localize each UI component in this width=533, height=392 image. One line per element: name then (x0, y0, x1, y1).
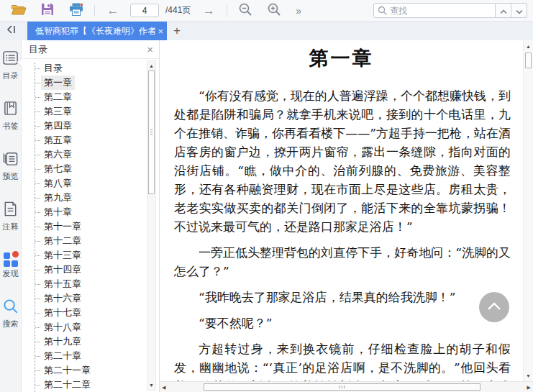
toc-item-label: 第四章 (41, 119, 75, 133)
scroll-right-icon[interactable]: ▶ (527, 385, 531, 391)
toc-item[interactable]: 第一章 (22, 76, 159, 90)
main-area: 目录 书签 (0, 40, 533, 392)
toc-item[interactable]: 第十四章 (22, 263, 159, 277)
scroll-down-icon[interactable]: ▼ (147, 381, 155, 389)
toolbar: ← /441页 → » (0, 0, 533, 22)
zoom-out-icon (238, 2, 252, 19)
preview-icon (2, 150, 19, 170)
close-icon[interactable]: × (147, 44, 153, 55)
scrollbar-grip (150, 132, 152, 132)
sidebar-item-toc[interactable]: 目录 (2, 50, 19, 81)
toc-item-label: 第十三章 (41, 248, 84, 263)
toc-item[interactable]: 第七章 (22, 162, 159, 176)
toc-item[interactable]: 第十九章 (22, 334, 159, 349)
chevron-up-icon (487, 301, 501, 314)
document-tab-title: 低智商犯罪【《长夜难明》作者 (35, 25, 155, 37)
toc-item-label: 第二十一章 (41, 363, 94, 378)
vertical-scrollbar[interactable]: ▲ ▼ (523, 40, 533, 381)
toc-icon (2, 50, 19, 69)
toc-item-label: 第十四章 (41, 263, 84, 277)
new-tab-button[interactable]: + (167, 22, 187, 40)
tab-close-icon[interactable]: × (158, 26, 163, 37)
horizontal-scrollbar-thumb[interactable] (204, 383, 480, 391)
more-tools-button[interactable]: » (296, 5, 301, 17)
sidebar-item-bookmarks[interactable]: 书签 (2, 100, 19, 132)
toc-item[interactable]: 第六章 (22, 147, 159, 162)
toc-item[interactable]: 第九章 (22, 191, 159, 205)
toc-item[interactable]: 第十八章 (22, 320, 159, 334)
toc-item[interactable]: 目录 (22, 61, 159, 76)
horizontal-scrollbar[interactable]: ◀ ▶ (160, 381, 533, 392)
toc-item[interactable]: 第十七章 (22, 306, 159, 320)
toc-item[interactable]: 第十五章 (22, 277, 159, 291)
find-input[interactable] (390, 6, 491, 16)
scroll-left-icon[interactable]: ◀ (162, 385, 165, 391)
find-previous-button[interactable] (496, 3, 511, 18)
previous-page-button[interactable]: ← (104, 2, 122, 19)
toc-panel: 目录 × 目录 第一章 第二章 第三章 (22, 40, 160, 392)
zoom-out-button[interactable] (237, 2, 254, 19)
chevron-down-icon (516, 4, 523, 17)
sidebar-item-annotations[interactable]: 注释 (2, 201, 19, 232)
toc-item-label: 第十九章 (41, 334, 84, 349)
toc-item[interactable]: 第十二章 (22, 234, 159, 248)
toc-item[interactable]: 第十章 (22, 205, 159, 219)
sidebar-item-label: 目录 (3, 70, 19, 81)
sidebar-item-discover[interactable]: 发现 (3, 251, 19, 279)
toc-item[interactable]: 第五章 (22, 133, 159, 147)
toc-item[interactable]: 第十一章 (22, 219, 159, 234)
zoom-in-icon (267, 2, 281, 19)
toc-item-label: 第十八章 (41, 320, 84, 334)
paragraph: “你有没有感觉，现在的人普遍浮躁，个个都想赚快钱，到处都是陷阱和骗局？就拿手机来… (174, 86, 511, 236)
scroll-up-icon[interactable]: ▲ (147, 62, 155, 70)
toc-item-label: 第十二章 (41, 234, 84, 248)
toolbar-separator (227, 5, 227, 17)
toc-scrollbar-thumb[interactable] (148, 70, 155, 194)
toc-item-label: 目录 (41, 61, 65, 76)
scroll-up-icon[interactable]: ▲ (524, 44, 533, 49)
sidebar-item-label: 发现 (3, 268, 19, 279)
vertical-scrollbar-thumb[interactable] (525, 53, 532, 68)
find-input-box[interactable] (373, 3, 496, 18)
sidebar-item-search[interactable]: 搜索 (2, 298, 19, 329)
toc-item-label: 第十章 (41, 205, 75, 219)
next-page-button[interactable]: → (200, 2, 217, 19)
page-number-input[interactable] (130, 4, 159, 17)
toc-item-label: 第二十章 (41, 349, 84, 363)
toc-item[interactable]: 第二十章 (22, 349, 159, 363)
toc-item[interactable]: 第十三章 (22, 248, 159, 263)
toc-item-label: 第八章 (41, 176, 75, 191)
toc-item[interactable]: 第二章 (22, 90, 159, 104)
document-view: 第一章 “你有没有感觉，现在的人普遍浮躁，个个都想赚快钱，到处都是陷阱和骗局？就… (160, 40, 533, 392)
toc-item[interactable]: 第四章 (22, 119, 159, 133)
print-button[interactable] (68, 2, 85, 19)
toc-item-label: 第十六章 (41, 291, 84, 306)
toc-panel-title: 目录 (29, 43, 47, 56)
toc-item-label: 第六章 (41, 147, 75, 162)
collapse-sidebar-icon (6, 24, 17, 37)
sidebar-item-preview[interactable]: 预览 (2, 150, 19, 182)
toc-item-label: 第十五章 (41, 277, 84, 291)
toc-scrollbar[interactable]: ▲ ▼ (147, 60, 156, 391)
chapter-body: “你有没有感觉，现在的人普遍浮躁，个个都想赚快钱，到处都是陷阱和骗局？就拿手机来… (174, 86, 511, 381)
toc-item-label: 第一章 (41, 76, 75, 90)
paragraph: “我昨晚去了那家足浴店，结果真的给我洗脚！” (174, 288, 511, 306)
collapse-sidebar-button[interactable] (0, 22, 23, 40)
toc-item-label: 第二十二章 (41, 378, 94, 392)
toc-item[interactable]: 第二十一章 (22, 363, 159, 378)
save-button[interactable] (39, 2, 56, 19)
document-tab[interactable]: 低智商犯罪【《长夜难明》作者 × (27, 22, 167, 40)
paragraph: 一旁正低头整理背包的刘直停下手，好奇地问：“洗脚的又怎么了？” (174, 243, 511, 281)
annotation-icon (2, 201, 19, 220)
toolbar-separator (94, 5, 95, 17)
toc-item[interactable]: 第十六章 (22, 291, 159, 306)
back-to-top-button[interactable] (479, 292, 509, 322)
scroll-down-icon[interactable]: ▼ (524, 373, 533, 378)
tab-bar: 低智商犯罪【《长夜难明》作者 × + (0, 22, 533, 40)
toc-item[interactable]: 第八章 (22, 176, 159, 191)
toc-item[interactable]: 第三章 (22, 104, 159, 119)
open-file-button[interactable] (10, 2, 27, 19)
toc-item[interactable]: 第二十二章 (22, 378, 159, 392)
find-next-button[interactable] (511, 3, 527, 18)
zoom-in-button[interactable] (265, 2, 283, 19)
